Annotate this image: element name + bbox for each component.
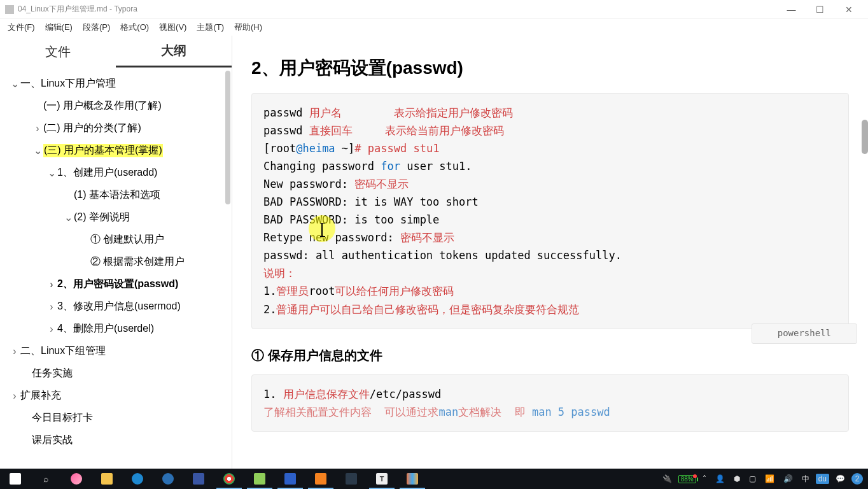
outline-label: (三) 用户的基本管理(掌握) <box>43 144 163 157</box>
outline-item[interactable]: 3、修改用户信息(usermod) <box>3 295 232 318</box>
outline-label: ① 创建默认用户 <box>90 233 164 246</box>
tray-badge[interactable]: 2 <box>851 473 863 485</box>
outline-item[interactable]: 4、删除用户(userdel) <box>3 318 232 340</box>
tray-ime-zh[interactable]: 中 <box>799 474 812 485</box>
outline-label: 一、Linux下用户管理 <box>20 77 116 90</box>
taskbar-notepad[interactable] <box>244 469 275 489</box>
outline-item[interactable]: ② 根据需求创建用户 <box>3 251 232 273</box>
outline-label: 2、用户密码设置(passwd) <box>57 278 178 291</box>
outline-item[interactable]: 扩展补充 <box>3 385 232 407</box>
outline-label: 3、修改用户信息(usermod) <box>57 300 181 313</box>
outline-label: 扩展补充 <box>20 389 61 402</box>
sidebar: 文件 大纲 一、Linux下用户管理(一) 用户概念及作用(了解)(二) 用户的… <box>0 36 232 469</box>
code-block-passwd[interactable]: passwd 用户名 表示给指定用户修改密码 passwd 直接回车 表示给当前… <box>251 93 849 329</box>
close-button[interactable]: ✕ <box>834 0 863 19</box>
heading-passwd: 2、用户密码设置(passwd) <box>251 56 849 80</box>
code-block-files[interactable]: 1. 用户信息保存文件/etc/passwd 了解相关配置文件内容 可以通过求m… <box>251 374 849 432</box>
tab-files[interactable]: 文件 <box>0 37 116 67</box>
chevron-right-icon[interactable] <box>9 346 20 357</box>
tray-power-icon[interactable]: 🔌 <box>660 474 675 483</box>
chevron-down-icon[interactable] <box>62 211 74 223</box>
taskbar-paint[interactable] <box>153 469 183 489</box>
outline-item[interactable]: 2、用户密码设置(passwd) <box>3 273 232 295</box>
editor-content[interactable]: 2、用户密码设置(passwd) passwd 用户名 表示给指定用户修改密码 … <box>232 36 868 469</box>
chevron-down-icon[interactable] <box>46 167 57 179</box>
heading-save-file: ① 保存用户信息的文件 <box>251 347 849 364</box>
outline-label: 1、创建用户(useradd) <box>57 166 157 180</box>
chevron-right-icon[interactable] <box>46 301 57 313</box>
menu-file[interactable]: 文件(F) <box>3 20 40 34</box>
menu-edit[interactable]: 编辑(E) <box>40 20 78 34</box>
outline-label: ② 根据需求创建用户 <box>90 255 185 269</box>
taskbar-app-dark[interactable] <box>336 469 367 489</box>
taskbar-app-1[interactable] <box>61 469 92 489</box>
outline-label: (一) 用户概念及作用(了解) <box>43 99 162 113</box>
chevron-down-icon[interactable] <box>32 145 43 157</box>
code-lang-label[interactable]: powershell <box>752 323 857 343</box>
menu-theme[interactable]: 主题(T) <box>192 20 229 34</box>
menu-view[interactable]: 视图(V) <box>154 20 192 34</box>
start-button[interactable] <box>0 469 31 489</box>
chevron-right-icon[interactable] <box>32 123 43 134</box>
outline-label: 课后实战 <box>32 434 73 447</box>
outline-label: (二) 用户的分类(了解) <box>43 122 141 135</box>
taskbar-app-blue[interactable] <box>275 469 305 489</box>
minimize-button[interactable]: — <box>777 0 806 19</box>
outline-item[interactable]: (二) 用户的分类(了解) <box>3 117 232 139</box>
chevron-down-icon[interactable] <box>9 78 20 90</box>
outline-item[interactable]: (1) 基本语法和选项 <box>3 184 232 206</box>
taskbar-chrome[interactable] <box>214 469 244 489</box>
outline-list[interactable]: 一、Linux下用户管理(一) 用户概念及作用(了解)(二) 用户的分类(了解)… <box>0 67 232 469</box>
maximize-button[interactable]: ☐ <box>806 0 834 19</box>
tray-notifications-icon[interactable]: 💬 <box>833 474 848 483</box>
outline-label: (1) 基本语法和选项 <box>74 188 160 202</box>
chevron-right-icon[interactable] <box>46 323 57 335</box>
outline-label: 4、删除用户(userdel) <box>57 322 154 336</box>
tray-up-icon[interactable]: ˄ <box>700 474 709 483</box>
outline-item[interactable]: 1、创建用户(useradd) <box>3 162 232 184</box>
outline-label: 任务实施 <box>32 367 73 380</box>
menu-help[interactable]: 帮助(H) <box>229 20 267 34</box>
outline-item[interactable]: ① 创建默认用户 <box>3 229 232 251</box>
tab-outline[interactable]: 大纲 <box>116 36 232 67</box>
menu-format[interactable]: 格式(O) <box>115 20 154 34</box>
outline-item[interactable]: (2) 举例说明 <box>3 206 232 229</box>
outline-item[interactable]: 今日目标打卡 <box>3 407 232 429</box>
outline-item[interactable]: 任务实施 <box>3 362 232 385</box>
chevron-right-icon[interactable] <box>9 390 20 402</box>
menubar: 文件(F) 编辑(E) 段落(P) 格式(O) 视图(V) 主题(T) 帮助(H… <box>0 19 868 36</box>
outline-item[interactable]: (三) 用户的基本管理(掌握) <box>3 139 232 162</box>
tray-wifi-icon[interactable]: 📶 <box>762 474 777 483</box>
tray-battery[interactable]: 88% <box>678 475 696 483</box>
tray-people-icon[interactable]: 👤 <box>713 474 727 483</box>
outline-label: 二、Linux下组管理 <box>20 344 106 358</box>
taskbar-file-explorer[interactable] <box>92 469 122 489</box>
chevron-right-icon[interactable] <box>46 279 57 290</box>
menu-paragraph[interactable]: 段落(P) <box>78 20 115 34</box>
titlebar: 04_Linux下用户组管理.md - Typora — ☐ ✕ <box>0 0 868 19</box>
outline-item[interactable]: (一) 用户概念及作用(了解) <box>3 95 232 117</box>
taskbar-visio[interactable] <box>183 469 214 489</box>
taskbar-edge[interactable] <box>122 469 153 489</box>
outline-item[interactable]: 课后实战 <box>3 429 232 451</box>
outline-item[interactable]: 一、Linux下用户管理 <box>3 73 232 95</box>
outline-label: 今日目标打卡 <box>32 411 93 425</box>
content-scrollbar[interactable] <box>862 120 868 154</box>
taskbar[interactable]: ⌕ T 🔌 88% ˄ 👤 ⬢ ▢ 📶 🔊 中 du 💬 2 <box>0 469 868 489</box>
sidebar-scrollbar[interactable] <box>225 71 230 204</box>
tray-volume-icon[interactable]: 🔊 <box>781 474 795 483</box>
window-title: 04_Linux下用户组管理.md - Typora <box>18 4 137 15</box>
outline-label: (2) 举例说明 <box>74 211 130 224</box>
tray-ime-du[interactable]: du <box>816 474 829 484</box>
taskbar-vmware[interactable] <box>305 469 336 489</box>
search-button[interactable]: ⌕ <box>31 469 61 489</box>
taskbar-typora[interactable]: T <box>367 469 397 489</box>
tray-bluetooth-icon[interactable]: ⬢ <box>731 474 743 483</box>
outline-item[interactable]: 二、Linux下组管理 <box>3 340 232 362</box>
tray-display-icon[interactable]: ▢ <box>746 474 759 483</box>
taskbar-app-color[interactable] <box>397 469 428 489</box>
app-icon <box>5 5 14 14</box>
